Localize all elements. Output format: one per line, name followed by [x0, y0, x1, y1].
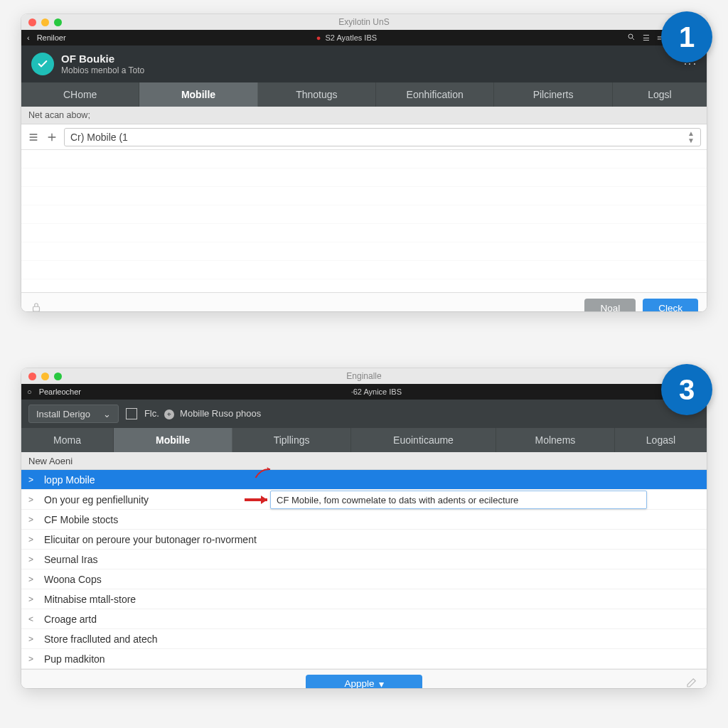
- tab-monitors[interactable]: Molnems: [496, 428, 615, 452]
- bottom-bar: Noal Cleck: [21, 292, 707, 311]
- zoom-dot-icon[interactable]: [54, 373, 62, 380]
- tab-mobile[interactable]: Mobille: [139, 82, 257, 107]
- menubar-app-name: Reniloer: [37, 33, 66, 42]
- search-icon[interactable]: [627, 33, 636, 43]
- tabs: CHome Mobille Thnotugs Eonhification Pil…: [21, 82, 707, 107]
- list-item[interactable]: >Mitnabise mtall-store: [21, 589, 707, 609]
- tab-logs[interactable]: Logasl: [615, 428, 707, 452]
- svg-line-1: [633, 38, 635, 41]
- menubar-center-label: S2 Ayatles IBS: [326, 33, 378, 42]
- secondary-toolbar: Install Derigo ⌄ Flc. ⌖ Mobille Ruso pho…: [21, 400, 707, 428]
- chevron-right-icon: >: [28, 574, 38, 584]
- tab-logs[interactable]: Logsl: [613, 82, 707, 107]
- traffic-lights: [21, 373, 62, 380]
- titlebar: Enginalle: [21, 368, 707, 384]
- record-dot-icon: ●: [316, 33, 321, 42]
- lock-icon[interactable]: [30, 301, 43, 312]
- apply-button[interactable]: Appple ▾: [306, 675, 422, 689]
- chevron-right-icon: >: [28, 654, 38, 664]
- window-title: Exyilotin UnS: [21, 17, 707, 27]
- window-step-1: Exyilotin UnS ‹ Reniloer ● S2 Ayatles IB…: [21, 14, 707, 311]
- list-item-label: Seurnal Iras: [44, 554, 97, 565]
- chevron-right-icon: >: [28, 495, 38, 505]
- tab-home[interactable]: CHome: [21, 82, 139, 107]
- annotation-arrow-icon: [250, 466, 279, 481]
- list-item[interactable]: >Woona Cops: [21, 569, 707, 589]
- add-icon[interactable]: [46, 131, 58, 144]
- list-icon[interactable]: [27, 131, 40, 144]
- menubar-center-label: ·62 Aynice IBS: [351, 387, 402, 396]
- list-item[interactable]: >Store fraclluted and atech: [21, 629, 707, 649]
- list-item[interactable]: >Elicuitar on peroure your butonager ro-…: [21, 530, 707, 550]
- tab-authentication[interactable]: Euointicaume: [351, 428, 496, 452]
- titlebar: Exyilotin UnS: [21, 14, 707, 30]
- minimize-dot-icon[interactable]: [41, 18, 49, 26]
- tab-notification[interactable]: Eonhification: [376, 82, 494, 107]
- list-item-label: CF Mobile stocts: [44, 514, 118, 525]
- header-subtitle: Mobios menbol a Toto: [61, 65, 144, 75]
- svg-rect-7: [33, 306, 40, 311]
- minimize-dot-icon[interactable]: [41, 373, 49, 380]
- chevron-right-icon: >: [28, 535, 38, 545]
- chevron-down-icon: ⌄: [103, 409, 111, 419]
- sub-label: Net acan abow;: [21, 107, 707, 124]
- bottom-bar: Appple ▾: [21, 669, 707, 688]
- edit-icon[interactable]: [685, 676, 698, 689]
- tab-settings[interactable]: Thnotugs: [258, 82, 376, 107]
- close-dot-icon[interactable]: [28, 18, 36, 26]
- tab-home[interactable]: Moma: [21, 428, 114, 452]
- menubar-caret-icon: ‹: [27, 33, 30, 42]
- location-marker-icon: ⌖: [164, 410, 174, 419]
- profile-combo[interactable]: Cr) Mobile (1 ▲▼: [64, 128, 701, 146]
- breadcrumb: Flc. ⌖ Mobille Ruso phoos: [144, 408, 261, 419]
- window-title: Enginalle: [21, 371, 707, 381]
- list-item-label: Store fraclluted and atech: [44, 633, 158, 645]
- list-item-label: Woona Cops: [44, 574, 102, 585]
- svg-point-0: [628, 34, 633, 38]
- traffic-lights: [21, 18, 62, 26]
- chevron-left-icon: <: [28, 614, 38, 624]
- list-header: New Aoeni: [21, 452, 707, 470]
- crumb-1: Flc.: [144, 408, 159, 419]
- description-field[interactable]: CF Mobile, fom cowmelate to dats with ad…: [270, 491, 647, 509]
- neutral-button[interactable]: Noal: [584, 299, 636, 312]
- description-text: CF Mobile, fom cowmelate to dats with ad…: [277, 495, 518, 505]
- menubar: ○ Pearleocher ·62 Aynice IBS ▭ ⁝ K: [21, 384, 707, 400]
- app-header: OF Boukie Mobios menbol a Toto ⋮: [21, 46, 707, 82]
- app-avatar-icon: [31, 53, 54, 75]
- chevron-right-icon: >: [28, 475, 38, 485]
- zoom-dot-icon[interactable]: [54, 18, 62, 26]
- primary-button[interactable]: Cleck: [643, 299, 698, 312]
- list-item[interactable]: <Croage artd: [21, 609, 707, 629]
- list-item[interactable]: >CF Mobile stocts: [21, 510, 707, 530]
- chevron-right-icon: >: [28, 594, 38, 604]
- tab-mobile[interactable]: Mobille: [114, 428, 232, 452]
- window-step-3: Enginalle ○ Pearleocher ·62 Aynice IBS ▭…: [21, 368, 707, 688]
- list-item-label: Pup madkiton: [44, 653, 105, 665]
- sliders-icon[interactable]: ☰: [643, 33, 650, 43]
- step-badge-1: 1: [661, 11, 712, 63]
- list-item[interactable]: >lopp Mobile: [21, 470, 707, 490]
- list-item-label: Croage artd: [44, 614, 97, 625]
- chevron-right-icon: >: [28, 555, 38, 564]
- chevron-right-icon: >: [28, 515, 38, 525]
- apply-label: Appple: [344, 678, 374, 688]
- list-item[interactable]: >Seurnal Iras: [21, 550, 707, 569]
- menubar-app-name: Pearleocher: [39, 387, 81, 396]
- list-item-label: On your eg penfiellunity: [44, 494, 149, 505]
- install-dropdown[interactable]: Install Derigo ⌄: [28, 405, 119, 423]
- combo-value: Cr) Mobile (1: [70, 132, 128, 143]
- header-title: OF Boukie: [61, 53, 144, 65]
- chevron-down-icon: ▾: [379, 678, 384, 689]
- tabs: Moma Mobille Tipllings Euointicaume Moln…: [21, 428, 707, 452]
- tab-plugins[interactable]: Tipllings: [232, 428, 351, 452]
- list-item-label: lopp Mobile: [44, 474, 95, 486]
- toolbar-row: Cr) Mobile (1 ▲▼: [21, 124, 707, 150]
- list-item[interactable]: >Pup madkiton: [21, 649, 707, 669]
- step-badge-3: 3: [661, 364, 712, 415]
- stop-icon[interactable]: [126, 408, 137, 419]
- dropdown-label: Install Derigo: [36, 409, 90, 419]
- content-pane: [21, 150, 707, 292]
- close-dot-icon[interactable]: [28, 373, 36, 380]
- tab-plugins[interactable]: Pilcinerts: [494, 82, 612, 107]
